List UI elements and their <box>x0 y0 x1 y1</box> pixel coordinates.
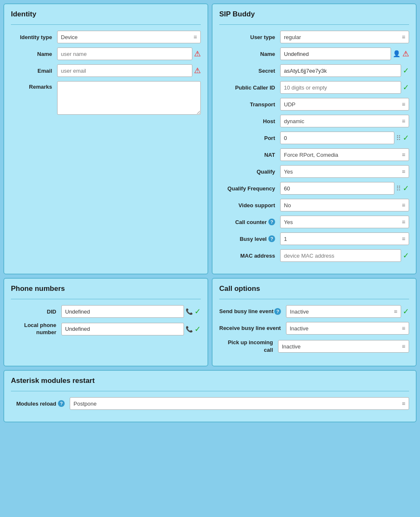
asterisk-modules-select[interactable]: Postpone ≡ <box>70 397 409 410</box>
call-pickup-select[interactable]: Inactive ≡ <box>278 340 409 353</box>
sip-name-input[interactable] <box>280 47 391 60</box>
sip-nat-input-wrap: Force RPort, Comedia ≡ <box>280 148 409 161</box>
sip-host-label: Host <box>219 118 280 124</box>
alert-icon-sip-name: ⚠ <box>402 49 409 58</box>
sip-qualify-freq-input[interactable] <box>280 182 394 195</box>
sip-mac-input[interactable] <box>280 249 401 262</box>
hamburger-icon-pickup: ≡ <box>402 343 405 350</box>
sip-qualify-value: Yes <box>284 169 293 175</box>
call-receive-busy-select[interactable]: Inactive ≡ <box>286 322 409 335</box>
identity-remarks-row: Remarks <box>11 81 201 115</box>
sip-secret-row: Secret ✓ <box>219 64 409 77</box>
grid-icon-port: ⠿ <box>396 134 401 142</box>
check-icon-local: ✓ <box>194 324 201 334</box>
busy-level-help[interactable]: ? <box>268 235 275 242</box>
sip-call-counter-select[interactable]: Yes ≡ <box>280 216 409 228</box>
hamburger-icon-video: ≡ <box>402 202 405 208</box>
sip-video-row: Video support No ≡ <box>219 199 409 211</box>
identity-title: Identity <box>11 10 201 18</box>
phone-did-input[interactable] <box>61 305 184 318</box>
asterisk-modules-label: Modules reload ? <box>11 400 70 407</box>
hamburger-icon-host: ≡ <box>402 118 405 124</box>
sip-qualify-input-wrap: Yes ≡ <box>280 165 409 178</box>
sip-video-select[interactable]: No ≡ <box>280 199 409 211</box>
sip-busy-level-select[interactable]: 1 ≡ <box>280 232 409 245</box>
asterisk-modules-input-wrap: Postpone ≡ <box>70 397 409 410</box>
sip-title: SIP Buddy <box>219 10 409 18</box>
sip-secret-input[interactable] <box>280 64 401 77</box>
call-options-title: Call options <box>219 285 409 293</box>
sip-port-row: Port ⠿ ✓ <box>219 132 409 144</box>
call-receive-busy-label: Receive busy line event <box>219 325 286 332</box>
check-icon-qf: ✓ <box>403 184 409 193</box>
identity-type-input-wrap: Device ≡ <box>57 31 201 43</box>
identity-remarks-textarea[interactable] <box>57 81 201 115</box>
sip-busy-level-value: 1 <box>284 236 287 242</box>
sip-nat-row: NAT Force RPort, Comedia ≡ <box>219 148 409 161</box>
sip-panel: SIP Buddy User type regular ≡ Name 👤 ⚠ S… <box>212 3 417 274</box>
hamburger-icon-ut: ≡ <box>402 34 405 40</box>
sip-name-label: Name <box>219 51 280 57</box>
phone-panel: Phone numbers DID 📞 ✓ Local phone number… <box>3 278 208 367</box>
sip-call-counter-value: Yes <box>284 219 293 225</box>
call-counter-help[interactable]: ? <box>268 219 275 225</box>
check-icon-did: ✓ <box>194 307 201 316</box>
identity-type-select[interactable]: Device ≡ <box>57 31 201 43</box>
phone-icon-did: 📞 <box>186 308 193 315</box>
hamburger-icon-bl: ≡ <box>402 235 405 242</box>
sip-qualify-row: Qualify Yes ≡ <box>219 165 409 178</box>
phone-local-row: Local phone number 📞 ✓ <box>11 322 201 336</box>
check-icon-secret: ✓ <box>403 66 409 75</box>
sip-user-type-label: User type <box>219 34 280 40</box>
call-receive-busy-input-wrap: Inactive ≡ <box>286 322 409 335</box>
sip-transport-label: Transport <box>219 101 280 108</box>
send-busy-help[interactable]: ? <box>274 308 281 315</box>
sip-busy-level-label: Busy level ? <box>219 235 280 242</box>
sip-video-input-wrap: No ≡ <box>280 199 409 211</box>
sip-host-row: Host dynamic ≡ <box>219 115 409 127</box>
call-receive-busy-row: Receive busy line event Inactive ≡ <box>219 322 409 335</box>
sip-mac-row: MAC address ✓ <box>219 249 409 262</box>
phone-local-input[interactable] <box>61 323 184 335</box>
sip-user-type-select[interactable]: regular ≡ <box>280 31 409 43</box>
call-send-busy-label: Send busy line event ? <box>219 308 286 315</box>
check-icon-callerid: ✓ <box>403 83 409 92</box>
sip-port-input-wrap: ⠿ ✓ <box>280 132 409 144</box>
identity-name-row: Name ⚠ <box>11 47 201 60</box>
asterisk-modules-value: Postpone <box>74 401 97 407</box>
sip-transport-select[interactable]: UDP ≡ <box>280 98 409 111</box>
sip-qualify-select[interactable]: Yes ≡ <box>280 165 409 178</box>
hamburger-icon-sbe: ≡ <box>394 308 397 315</box>
hamburger-icon-transport: ≡ <box>402 101 405 108</box>
sip-host-select[interactable]: dynamic ≡ <box>280 115 409 127</box>
call-send-busy-select[interactable]: Inactive ≡ <box>286 305 401 318</box>
sip-user-type-input-wrap: regular ≡ <box>280 31 409 43</box>
hamburger-icon-qualify: ≡ <box>402 168 405 175</box>
identity-email-input-wrap: ⚠ <box>57 64 201 77</box>
call-receive-busy-value: Inactive <box>290 325 309 332</box>
call-pickup-value: Inactive <box>282 343 301 350</box>
phone-icon-local: 📞 <box>186 326 193 332</box>
identity-email-row: Email ⚠ <box>11 64 201 77</box>
call-options-panel: Call options Send busy line event ? Inac… <box>212 278 417 367</box>
alert-icon: ⚠ <box>194 49 201 58</box>
identity-email-input[interactable] <box>57 64 192 77</box>
sip-transport-input-wrap: UDP ≡ <box>280 98 409 111</box>
sip-port-input[interactable] <box>280 132 394 144</box>
grid-icon-qf: ⠿ <box>396 185 401 193</box>
check-icon-sbe: ✓ <box>403 307 409 316</box>
sip-nat-label: NAT <box>219 152 280 158</box>
modules-reload-help[interactable]: ? <box>58 400 65 407</box>
sip-secret-label: Secret <box>219 68 280 74</box>
sip-mac-input-wrap: ✓ <box>280 249 409 262</box>
sip-nat-select[interactable]: Force RPort, Comedia ≡ <box>280 148 409 161</box>
identity-name-label: Name <box>11 51 57 57</box>
identity-name-input-wrap: ⚠ <box>57 47 201 60</box>
sip-user-type-row: User type regular ≡ <box>219 31 409 43</box>
sip-caller-id-input[interactable] <box>280 81 401 94</box>
identity-type-row: Identity type Device ≡ <box>11 31 201 43</box>
sip-user-type-value: regular <box>284 34 301 40</box>
identity-type-value: Device <box>61 34 78 40</box>
check-icon-port: ✓ <box>403 133 409 142</box>
identity-name-input[interactable] <box>57 47 192 60</box>
